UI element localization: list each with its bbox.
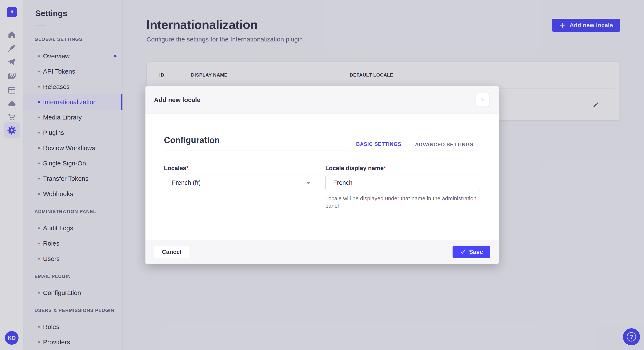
check-icon	[460, 249, 466, 255]
display-name-label-text: Locale display name	[326, 165, 384, 172]
required-asterisk: *	[384, 165, 386, 172]
add-locale-modal: Add new locale Configuration BASIC SETTI…	[146, 86, 499, 264]
locales-select[interactable]: French (fr)	[164, 175, 319, 191]
settings-tabs: BASIC SETTINGS ADVANCED SETTINGS	[349, 138, 480, 151]
modal-title: Add new locale	[154, 96, 200, 104]
display-name-label: Locale display name*	[326, 165, 480, 172]
form-fields-row: Locales* French (fr) Locale display name…	[164, 165, 480, 210]
display-name-input[interactable]	[326, 175, 480, 191]
cancel-button[interactable]: Cancel	[154, 246, 189, 258]
tab-advanced-settings[interactable]: ADVANCED SETTINGS	[408, 138, 480, 151]
display-name-help: Locale will be displayed under that name…	[326, 195, 480, 210]
locales-select-value: French (fr)	[172, 179, 200, 186]
locales-field: Locales* French (fr)	[164, 165, 319, 210]
configuration-heading: Configuration	[164, 136, 220, 145]
modal-header: Add new locale	[146, 86, 499, 114]
save-label: Save	[469, 249, 483, 255]
save-button[interactable]: Save	[452, 246, 490, 258]
display-name-field: Locale display name* Locale will be disp…	[326, 165, 480, 210]
tabs-divider	[164, 151, 480, 151]
locales-label-text: Locales	[164, 165, 186, 172]
required-asterisk: *	[186, 165, 188, 172]
chevron-down-icon	[306, 181, 311, 184]
tab-basic-settings[interactable]: BASIC SETTINGS	[349, 138, 408, 151]
modal-body: Configuration BASIC SETTINGS ADVANCED SE…	[146, 114, 499, 240]
modal-footer: Cancel Save	[146, 240, 499, 264]
close-button[interactable]	[476, 93, 490, 107]
locales-label: Locales*	[164, 165, 319, 172]
close-icon	[480, 97, 485, 103]
